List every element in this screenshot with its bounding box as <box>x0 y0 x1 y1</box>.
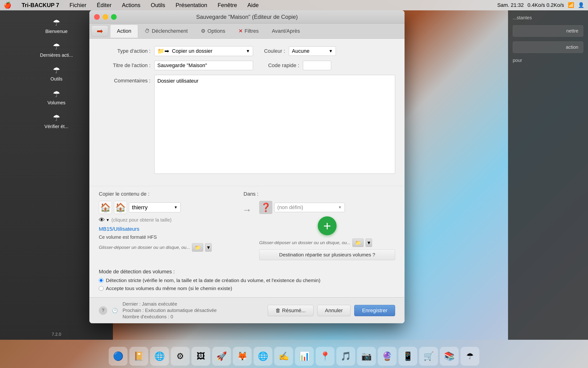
detection-option1-row: Détection stricte (vérifie le nom, la ta… <box>99 278 395 283</box>
dock-pocket[interactable]: 🛒 <box>419 347 438 366</box>
menubar-outils[interactable]: Outils <box>149 1 167 9</box>
dest-dropdown-button[interactable]: ▼ <box>366 239 372 247</box>
sidebar-label-verifier: Vérifier ét... <box>44 124 69 129</box>
titre-input[interactable] <box>154 61 253 70</box>
eye-button[interactable]: 👁 ▼ <box>99 216 110 224</box>
menubar-editer[interactable]: Éditer <box>95 1 114 9</box>
right-panel-btn1[interactable]: nettre <box>513 25 583 37</box>
menubar-aide[interactable]: Aide <box>246 1 261 9</box>
last-run-text: Dernier : Jamais exécutée <box>123 301 263 307</box>
detection-all-radio[interactable] <box>99 286 104 291</box>
menubar-presentation[interactable]: Présentation <box>174 1 209 9</box>
dock-photos[interactable]: 🖼 <box>192 347 210 366</box>
dock-tribackup[interactable]: ☂ <box>461 347 479 366</box>
dock-firefox[interactable]: 🦊 <box>233 347 252 366</box>
dock-appstore[interactable]: 🌐 <box>150 347 169 366</box>
dock-contacts[interactable]: 🔮 <box>378 347 396 366</box>
dock-books[interactable]: 📚 <box>440 347 459 366</box>
tab-declenchement[interactable]: ⏱ Déclenchement <box>138 25 194 38</box>
eye-icon: 👁 <box>99 216 105 224</box>
source-user-dropdown[interactable]: thierry ▼ <box>129 202 181 212</box>
menubar-left: 🍎 Tri-BACKUP 7 Fichier Éditer Actions Ou… <box>4 1 497 9</box>
dock-chrome[interactable]: 🌐 <box>254 347 272 366</box>
menubar-app[interactable]: Tri-BACKUP 7 <box>20 1 61 9</box>
dest-browse-button[interactable]: 📁 <box>352 239 364 247</box>
copy-header: Copier le contenu de : Dans : <box>99 191 395 197</box>
source-section-label: Copier le contenu de : <box>99 191 149 197</box>
user-icon: 👤 <box>578 2 584 8</box>
dock-numbers[interactable]: 📊 <box>295 347 314 366</box>
tab-bar: ➡ Action ⏱ Déclenchement ⚙ Options ✕ Fil… <box>89 24 404 39</box>
tab-back-arrow[interactable]: ➡ <box>91 25 108 37</box>
tab-avant-apres[interactable]: Avant/Après <box>265 25 307 38</box>
right-panel-btn2[interactable]: action <box>513 41 583 53</box>
maximize-button[interactable] <box>111 14 117 20</box>
dock-maps[interactable]: 📍 <box>316 347 334 366</box>
cancel-button[interactable]: Annuler <box>317 305 351 316</box>
dock-notes[interactable]: 📔 <box>129 347 148 366</box>
resume-button[interactable]: 🗑 Résumé... <box>268 305 313 316</box>
code-input[interactable] <box>303 61 331 70</box>
source-eye-row: 👁 ▼ (cliquez pour obtenir la taille) <box>99 216 235 224</box>
umbrella-icon-outils: ☂ <box>53 65 60 75</box>
tab-filtres[interactable]: ✕ Filtres <box>232 25 265 38</box>
tab-options[interactable]: ⚙ Options <box>194 25 232 38</box>
source-path-link: MB15/Utilisateurs <box>99 226 235 232</box>
titre-row: Titre de l'action : Code rapide : <box>99 61 395 70</box>
eye-dropdown-icon: ▼ <box>106 218 110 222</box>
menubar-network: 0.4Ko/s 0.2Ko/s <box>527 2 564 8</box>
add-destination-button[interactable]: + <box>318 216 337 235</box>
comments-textarea[interactable]: Dossier utilisateur <box>154 75 395 174</box>
menubar-fenetre[interactable]: Fenêtre <box>216 1 239 9</box>
dest-value: (non défini) <box>277 204 303 211</box>
save-button[interactable]: Enregistrer <box>354 305 395 316</box>
mb15-link[interactable]: MB15/Utilisateurs <box>99 226 139 232</box>
type-action-select[interactable]: 📁➡ Copier un dossier ▼ <box>154 46 253 56</box>
dest-folder-row: ❓ (non défini) ▼ <box>259 201 395 214</box>
action-type-arrow-icon: ▼ <box>246 49 250 54</box>
dock-facetime[interactable]: 📷 <box>357 347 376 366</box>
menubar-actions[interactable]: Actions <box>120 1 142 9</box>
refresh-size-link[interactable]: (cliquez pour obtenir la taille) <box>112 217 172 223</box>
umbrella-icon-verifier: ☂ <box>53 113 60 123</box>
executions-text: Nombre d'exécutions : 0 <box>123 314 263 320</box>
sidebar-label-dernieres: Dernières acti... <box>40 53 73 58</box>
dock-phone[interactable]: 📱 <box>398 347 417 366</box>
copy-body: 🏠 🏠 thierry ▼ 👁 ▼ (cliquez pour obtenir … <box>99 201 395 260</box>
resume-label: Résumé... <box>282 307 306 313</box>
right-arrow-icon: → <box>242 205 252 215</box>
apple-logo-icon[interactable]: 🍎 <box>4 2 11 9</box>
dialog-window: Sauvegarde "Maison" (Éditeur de Copie) ➡… <box>89 10 404 323</box>
home-folder-icon[interactable]: 🏠 <box>99 201 112 214</box>
comments-row: Commentaires : Dossier utilisateur <box>99 75 395 174</box>
couleur-select[interactable]: Aucune ▼ <box>289 46 336 56</box>
dest-undefined-dropdown[interactable]: (non défini) ▼ <box>274 203 345 212</box>
dock-finder[interactable]: 🔵 <box>109 347 127 366</box>
close-button[interactable] <box>94 14 100 20</box>
menubar-fichier[interactable]: Fichier <box>68 1 88 9</box>
source-dropdown-arrow-icon: ▼ <box>174 205 178 210</box>
dest-multi-vol-btn[interactable]: Destination répartie sur plusieurs volum… <box>259 249 395 260</box>
content-area: Type d'action : 📁➡ Copier un dossier ▼ C… <box>89 39 404 186</box>
umbrella-icon-volumes: ☂ <box>53 89 60 99</box>
bottom-bar: ? 🕐 Dernier : Jamais exécutée Prochain :… <box>89 297 404 323</box>
source-folder-icon[interactable]: 🏠 <box>114 201 127 214</box>
dest-drop-text: Glisser-déposer un dossier ou un disque,… <box>259 240 351 245</box>
tab-action[interactable]: Action <box>110 25 138 38</box>
dock-launchpad[interactable]: 🚀 <box>212 347 231 366</box>
dest-dropdown-arrow-icon: ▼ <box>338 205 342 210</box>
dest-multi-vol-button[interactable]: Destination répartie sur plusieurs volum… <box>259 249 395 260</box>
detection-strict-radio[interactable] <box>99 278 104 283</box>
help-button[interactable]: ? <box>99 306 107 315</box>
minimize-button[interactable] <box>103 14 108 20</box>
type-action-label: Type d'action : <box>99 48 150 54</box>
source-dropdown-button[interactable]: ▼ <box>205 243 212 252</box>
dock-system-prefs[interactable]: ⚙ <box>171 347 190 366</box>
tab-filtres-label: Filtres <box>245 28 259 34</box>
resume-trash-icon: 🗑 <box>275 307 281 313</box>
dock-ia-writer[interactable]: ✍ <box>274 347 293 366</box>
sidebar-version: 7.2.0 <box>49 329 64 340</box>
source-browse-button[interactable]: 📁 <box>192 243 203 252</box>
dock-music[interactable]: 🎵 <box>336 347 355 366</box>
detection-section: Mode de détection des volumes : Détectio… <box>89 265 404 297</box>
